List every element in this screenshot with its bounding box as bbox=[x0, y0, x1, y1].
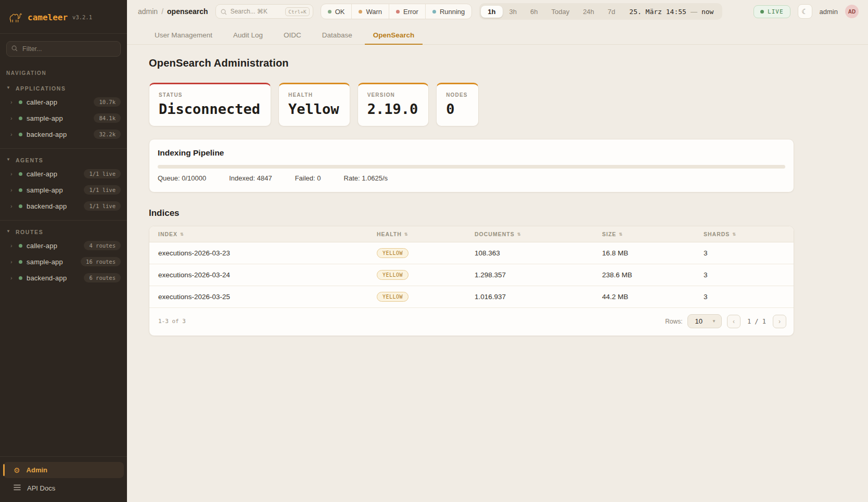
sidebar-item-admin[interactable]: ⚙ Admin bbox=[3, 462, 124, 478]
status-dot bbox=[19, 100, 22, 104]
global-search[interactable]: Ctrl+K bbox=[215, 4, 313, 19]
filter-input[interactable] bbox=[6, 41, 121, 57]
caret-down-icon: ▼ bbox=[712, 319, 716, 324]
version-card: VERSION 2.19.0 bbox=[358, 83, 429, 126]
app-name: cameleer bbox=[28, 12, 68, 22]
time-range-1h[interactable]: 1h bbox=[481, 6, 502, 18]
version-value: 2.19.0 bbox=[367, 101, 418, 117]
tab-audit-log[interactable]: Audit Log bbox=[225, 26, 271, 45]
live-dot-icon bbox=[760, 10, 764, 14]
health-badge: YELLOW bbox=[377, 248, 409, 258]
health-value: Yellow bbox=[288, 101, 339, 117]
rows-per-page-select[interactable]: 10 ▼ bbox=[687, 314, 721, 328]
section-header-routes[interactable]: ▼ ROUTES bbox=[0, 227, 127, 237]
health-card: HEALTH Yellow bbox=[278, 83, 350, 126]
status-dot bbox=[19, 260, 22, 264]
filter-ok[interactable]: OK bbox=[321, 4, 352, 19]
time-range-today[interactable]: Today bbox=[544, 6, 576, 18]
sidebar-item-backend-app-agent[interactable]: › backend-app 1/1 live bbox=[0, 198, 127, 214]
tab-opensearch[interactable]: OpenSearch bbox=[365, 26, 423, 45]
size-value: 16.8 MB bbox=[593, 243, 695, 263]
tab-user-management[interactable]: User Management bbox=[146, 26, 221, 45]
chevron-right-icon: › bbox=[10, 203, 15, 209]
filter-running[interactable]: Running bbox=[425, 4, 471, 19]
chevron-right-icon: › bbox=[10, 242, 15, 249]
table-row[interactable]: executions-2026-03-25 YELLOW 1.016.937 4… bbox=[149, 286, 794, 308]
prev-page-button[interactable]: ‹ bbox=[727, 315, 741, 328]
filter-warn[interactable]: Warn bbox=[351, 4, 389, 19]
indexing-pipeline-panel: Indexing Pipeline Queue: 0/10000 Indexed… bbox=[149, 139, 794, 192]
theme-toggle-button[interactable]: ☾ bbox=[798, 4, 812, 19]
time-range-24h[interactable]: 24h bbox=[576, 6, 601, 18]
chevron-down-icon: ▼ bbox=[6, 158, 10, 162]
time-range-6h[interactable]: 6h bbox=[524, 6, 544, 18]
column-header-health[interactable]: HEALTH⇅ bbox=[368, 226, 466, 242]
time-range-group: 1h 3h 6h Today 24h 7d 25. März 14:55 — n… bbox=[479, 3, 722, 20]
filter-error[interactable]: Error bbox=[389, 4, 425, 19]
column-header-documents[interactable]: DOCUMENTS⇅ bbox=[466, 226, 593, 242]
tab-database[interactable]: Database bbox=[314, 26, 361, 45]
chevron-right-icon: › bbox=[10, 171, 15, 177]
live-toggle[interactable]: LIVE bbox=[754, 5, 790, 18]
routes-badge: 6 routes bbox=[84, 273, 121, 282]
status-dot bbox=[19, 133, 22, 136]
chevron-right-icon: › bbox=[10, 131, 15, 137]
sort-icon: ⇅ bbox=[180, 232, 184, 237]
time-range-display[interactable]: 25. März 14:55 — now bbox=[622, 8, 721, 16]
app-logo[interactable]: cameleer v3.2.1 bbox=[0, 0, 127, 33]
indices-title: Indices bbox=[149, 208, 794, 218]
gear-icon: ⚙ bbox=[14, 467, 20, 474]
queue-stat: Queue: 0/10000 bbox=[158, 174, 206, 182]
column-header-size[interactable]: SIZE⇅ bbox=[593, 226, 695, 242]
search-input[interactable] bbox=[231, 8, 286, 15]
status-dot bbox=[19, 204, 22, 208]
sidebar-item-sample-app[interactable]: › sample-app 84.1k bbox=[0, 110, 127, 126]
sidebar-item-caller-app[interactable]: › caller-app 10.7k bbox=[0, 94, 127, 110]
time-range-3h[interactable]: 3h bbox=[503, 6, 524, 18]
indexed-stat: Indexed: 4847 bbox=[229, 174, 272, 182]
shortcut-kbd: Ctrl+K bbox=[285, 7, 309, 16]
section-header-applications[interactable]: ▼ APPLICATIONS bbox=[0, 83, 127, 94]
sidebar-item-sample-app-agent[interactable]: › sample-app 1/1 live bbox=[0, 182, 127, 198]
column-header-shards[interactable]: SHARDS⇅ bbox=[695, 226, 794, 242]
count-badge: 32.2k bbox=[94, 130, 121, 139]
breadcrumb-parent[interactable]: admin bbox=[138, 7, 158, 16]
sidebar-item-caller-app-agent[interactable]: › caller-app 1/1 live bbox=[0, 166, 127, 182]
sidebar-item-caller-app-routes[interactable]: › caller-app 4 routes bbox=[0, 238, 127, 253]
table-row[interactable]: executions-2026-03-24 YELLOW 1.298.357 2… bbox=[149, 264, 794, 286]
avatar[interactable]: AD bbox=[845, 5, 859, 18]
live-badge: 1/1 live bbox=[84, 185, 121, 195]
search-icon bbox=[11, 45, 18, 54]
sidebar-item-sample-app-routes[interactable]: › sample-app 16 routes bbox=[0, 254, 127, 269]
sidebar-item-api-docs[interactable]: API Docs bbox=[3, 478, 124, 495]
time-range-7d[interactable]: 7d bbox=[601, 6, 622, 18]
shards-value: 3 bbox=[695, 287, 794, 306]
app-version: v3.2.1 bbox=[72, 14, 92, 20]
size-value: 44.2 MB bbox=[593, 287, 695, 306]
next-page-button[interactable]: › bbox=[773, 315, 786, 328]
shards-value: 3 bbox=[695, 243, 794, 263]
chevron-right-icon: › bbox=[10, 187, 15, 193]
chevron-down-icon: ▼ bbox=[6, 86, 10, 90]
size-value: 238.6 MB bbox=[593, 265, 695, 285]
section-header-agents[interactable]: ▼ AGENTS bbox=[0, 155, 127, 165]
error-dot-icon bbox=[396, 10, 400, 14]
table-row[interactable]: executions-2026-03-23 YELLOW 108.363 16.… bbox=[149, 242, 794, 264]
status-filter-group: OK Warn Error Running bbox=[321, 4, 473, 19]
tab-oidc[interactable]: OIDC bbox=[275, 26, 310, 45]
chevron-right-icon: › bbox=[10, 99, 15, 105]
chevron-right-icon: › bbox=[10, 115, 15, 121]
routes-badge: 16 routes bbox=[81, 257, 121, 266]
sidebar-item-backend-app-routes[interactable]: › backend-app 6 routes bbox=[0, 270, 127, 286]
page-title: OpenSearch Administration bbox=[149, 57, 794, 69]
section-agents: ▼ AGENTS › caller-app 1/1 live › sample-… bbox=[0, 149, 127, 221]
nav-caption: NAVIGATION bbox=[0, 59, 127, 77]
table-footer: 1-3 of 3 Rows: 10 ▼ ‹ 1 / 1 › bbox=[149, 308, 794, 336]
row-range-label: 1-3 of 3 bbox=[158, 318, 186, 325]
column-header-index[interactable]: INDEX⇅ bbox=[149, 226, 368, 242]
status-dot bbox=[19, 172, 22, 176]
status-dot bbox=[19, 244, 22, 248]
sort-icon: ⇅ bbox=[619, 232, 623, 237]
sidebar-item-backend-app[interactable]: › backend-app 32.2k bbox=[0, 126, 127, 142]
user-name: admin bbox=[820, 8, 838, 16]
